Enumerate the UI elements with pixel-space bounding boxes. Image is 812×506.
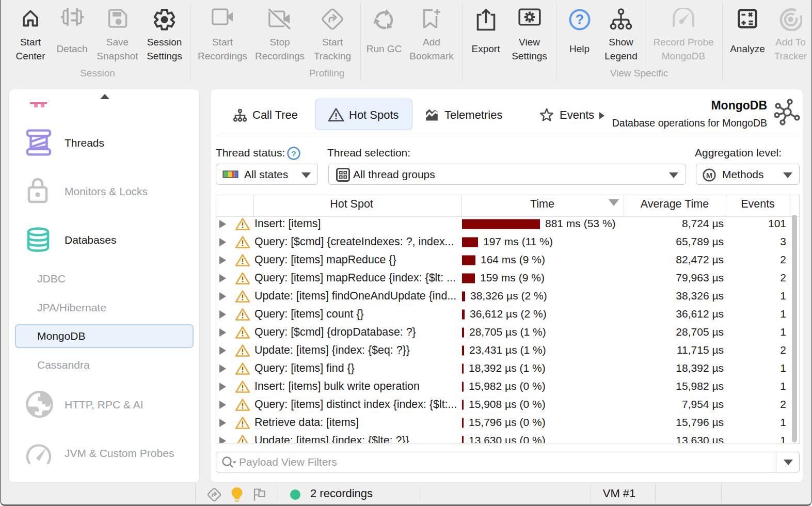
svg-text:?: ? bbox=[575, 12, 584, 27]
svg-text:M: M bbox=[706, 171, 713, 180]
svg-text:?: ? bbox=[291, 149, 296, 158]
